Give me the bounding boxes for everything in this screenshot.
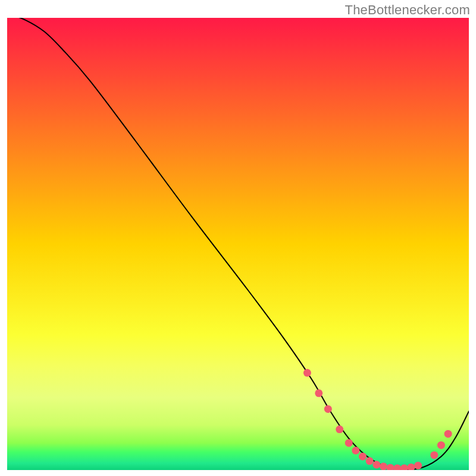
chart-stage: TheBottlenecker.com [0, 0, 476, 476]
curve-marker [366, 457, 374, 465]
curve-marker [336, 425, 343, 433]
bottleneck-curve-chart [7, 18, 469, 470]
curve-marker [430, 451, 438, 459]
curve-marker [372, 461, 380, 468]
watermark-text: TheBottlenecker.com [345, 2, 470, 18]
curve-marker [414, 462, 422, 469]
plot-area [7, 18, 469, 470]
curve-marker [437, 441, 445, 449]
curve-marker [303, 369, 311, 377]
curve-marker [380, 462, 387, 470]
curve-marker [345, 439, 353, 447]
gradient-background [7, 18, 469, 470]
curve-marker [359, 453, 367, 461]
curve-marker [444, 430, 452, 438]
curve-marker [352, 447, 359, 455]
curve-marker [324, 405, 332, 413]
curve-marker [315, 389, 322, 397]
